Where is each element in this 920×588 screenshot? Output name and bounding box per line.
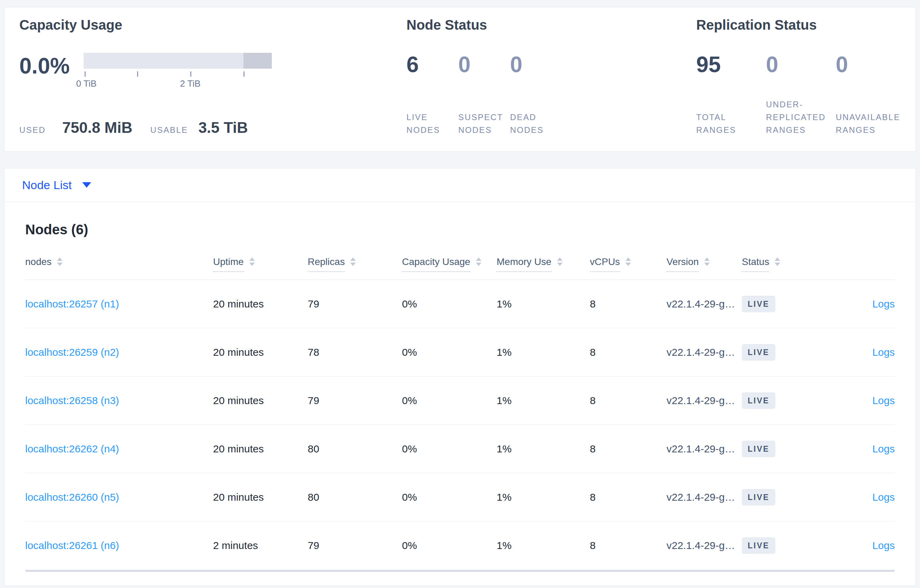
- column-header-nodes[interactable]: nodes: [25, 256, 213, 268]
- table-header-row: nodes Uptime Replicas Capacity Usage Mem…: [25, 249, 895, 280]
- uptime-cell: 2 minutes: [213, 540, 308, 551]
- replicas-cell: 80: [308, 443, 402, 455]
- capacity-gauge: 0 TiB 2 TiB: [84, 53, 272, 90]
- tick-mark: [84, 71, 86, 77]
- version-cell: v22.1.4-29-g…: [667, 540, 742, 551]
- capacity-cell: 0%: [402, 443, 497, 455]
- sort-icon: [249, 257, 255, 266]
- uptime-cell: 20 minutes: [213, 395, 308, 407]
- node-link[interactable]: localhost:26258 (n3): [25, 395, 119, 406]
- tick-label-2tib: 2 TiB: [180, 78, 200, 89]
- chevron-down-icon: [82, 182, 91, 188]
- horizontal-scrollbar[interactable]: [25, 570, 895, 572]
- logs-link[interactable]: Logs: [872, 346, 895, 358]
- node-link[interactable]: localhost:26260 (n5): [25, 491, 119, 503]
- live-nodes-stat: 6 LIVE NODES: [407, 53, 458, 136]
- table-row: localhost:26259 (n2) 20 minutes 78 0% 1%…: [25, 328, 895, 376]
- vcpus-cell: 8: [590, 298, 667, 310]
- dead-nodes-value: 0: [510, 53, 562, 76]
- column-header-memory-use[interactable]: Memory Use: [497, 256, 590, 272]
- capacity-gauge-reserved-segment: [243, 53, 272, 69]
- node-status-panel: Node Status 6 LIVE NODES 0 SUSPECT NODES…: [407, 16, 696, 152]
- status-badge: LIVE: [742, 489, 775, 506]
- under-replicated-ranges-label: UNDER-REPLICATED RANGES: [766, 98, 833, 136]
- cluster-summary-card: Capacity Usage 0.0% 0 TiB 2: [4, 7, 916, 152]
- uptime-cell: 20 minutes: [213, 298, 308, 310]
- under-replicated-ranges-stat: 0 UNDER-REPLICATED RANGES: [766, 53, 836, 136]
- tick-mark: [243, 71, 245, 77]
- suspect-nodes-value: 0: [458, 53, 510, 76]
- table-row: localhost:26257 (n1) 20 minutes 79 0% 1%…: [25, 280, 895, 328]
- memory-cell: 1%: [497, 491, 590, 503]
- vcpus-cell: 8: [590, 443, 667, 455]
- sort-icon: [350, 257, 356, 266]
- unavailable-ranges-stat: 0 UNAVAILABLE RANGES: [836, 53, 905, 136]
- node-link[interactable]: localhost:26262 (n4): [25, 443, 119, 454]
- capacity-usage-title: Capacity Usage: [19, 16, 407, 34]
- logs-link[interactable]: Logs: [872, 395, 895, 406]
- uptime-cell: 20 minutes: [213, 443, 308, 455]
- version-cell: v22.1.4-29-g…: [667, 346, 742, 358]
- capacity-cell: 0%: [402, 395, 497, 407]
- logs-link[interactable]: Logs: [872, 491, 895, 503]
- dead-nodes-stat: 0 DEAD NODES: [510, 53, 562, 136]
- usable-value: 3.5 TiB: [198, 119, 248, 136]
- used-label: USED: [19, 125, 45, 135]
- node-list-dropdown-label[interactable]: Node List: [22, 178, 72, 192]
- total-ranges-value: 95: [696, 53, 766, 76]
- suspect-nodes-label: SUSPECT NODES: [458, 111, 510, 136]
- column-header-status[interactable]: Status: [742, 256, 821, 272]
- live-nodes-label: LIVE NODES: [407, 111, 458, 136]
- memory-cell: 1%: [497, 540, 590, 551]
- version-cell: v22.1.4-29-g…: [667, 298, 742, 310]
- status-badge: LIVE: [742, 393, 775, 409]
- used-value: 750.8 MiB: [62, 119, 132, 136]
- status-badge: LIVE: [742, 441, 775, 457]
- nodes-section-title: Nodes (6): [25, 222, 895, 237]
- usable-label: USABLE: [150, 125, 188, 135]
- node-list-dropdown[interactable]: Node List: [5, 168, 915, 202]
- capacity-usage-panel: Capacity Usage 0.0% 0 TiB 2: [19, 16, 407, 152]
- version-cell: v22.1.4-29-g…: [667, 491, 742, 503]
- capacity-cell: 0%: [402, 298, 497, 310]
- node-status-title: Node Status: [407, 16, 696, 34]
- vcpus-cell: 8: [590, 491, 667, 503]
- sort-icon: [557, 257, 562, 266]
- unavailable-ranges-label: UNAVAILABLE RANGES: [836, 111, 903, 136]
- column-header-version[interactable]: Version: [667, 256, 742, 272]
- replication-status-panel: Replication Status 95 TOTAL RANGES 0 UND…: [696, 16, 915, 152]
- status-badge: LIVE: [742, 296, 775, 312]
- column-header-uptime[interactable]: Uptime: [213, 256, 308, 272]
- vcpus-cell: 8: [590, 395, 667, 407]
- node-link[interactable]: localhost:26257 (n1): [25, 298, 119, 310]
- status-badge: LIVE: [742, 344, 775, 360]
- capacity-cell: 0%: [402, 346, 497, 358]
- replicas-cell: 79: [308, 298, 402, 310]
- logs-link[interactable]: Logs: [872, 298, 895, 310]
- node-link[interactable]: localhost:26259 (n2): [25, 346, 119, 358]
- node-link[interactable]: localhost:26261 (n6): [25, 540, 119, 551]
- capacity-gauge-bar: [84, 53, 272, 69]
- sort-icon: [774, 257, 780, 266]
- logs-link[interactable]: Logs: [872, 443, 895, 454]
- version-cell: v22.1.4-29-g…: [667, 443, 742, 455]
- uptime-cell: 20 minutes: [213, 346, 308, 358]
- tick-mark: [137, 71, 138, 77]
- column-header-vcpus[interactable]: vCPUs: [590, 256, 667, 272]
- tick-mark: [190, 71, 191, 77]
- replicas-cell: 79: [308, 540, 402, 551]
- column-header-capacity-usage[interactable]: Capacity Usage: [402, 256, 497, 272]
- status-badge: LIVE: [742, 537, 775, 554]
- sort-icon: [57, 257, 63, 266]
- suspect-nodes-stat: 0 SUSPECT NODES: [458, 53, 510, 136]
- vcpus-cell: 8: [590, 540, 667, 551]
- column-header-replicas[interactable]: Replicas: [308, 256, 402, 272]
- replicas-cell: 79: [308, 395, 402, 407]
- table-row: localhost:26262 (n4) 20 minutes 80 0% 1%…: [25, 425, 895, 473]
- memory-cell: 1%: [497, 346, 590, 358]
- dead-nodes-label: DEAD NODES: [510, 111, 562, 136]
- memory-cell: 1%: [497, 395, 590, 407]
- live-nodes-value: 6: [407, 53, 458, 76]
- logs-link[interactable]: Logs: [872, 540, 895, 551]
- capacity-cell: 0%: [402, 491, 497, 503]
